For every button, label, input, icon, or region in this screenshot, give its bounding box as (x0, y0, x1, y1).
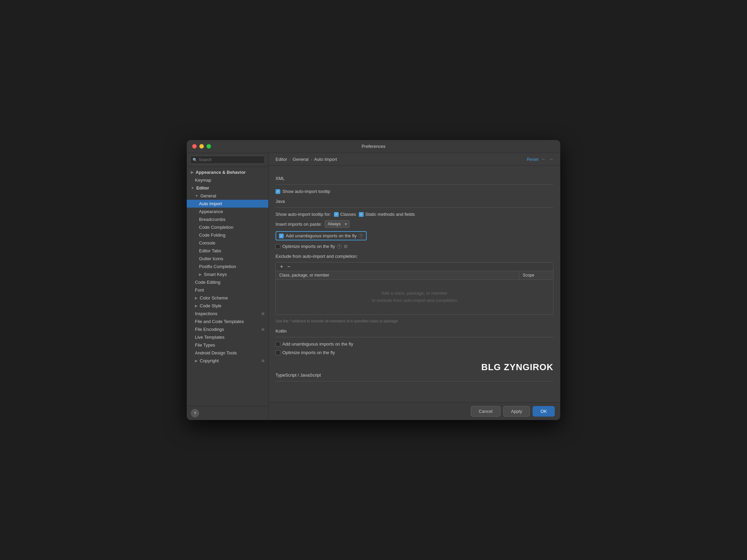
chevron-icon: ▼ (195, 194, 198, 198)
add-unambiguous-highlight: Add unambiguous imports on the fly ? (276, 231, 367, 240)
maximize-button[interactable] (207, 144, 211, 149)
java-classes-checkbox[interactable] (334, 212, 339, 217)
ok-button[interactable]: OK (533, 406, 555, 417)
breadcrumb-sep-1: › (289, 157, 291, 162)
sidebar-item-console[interactable]: Console (187, 239, 268, 247)
sidebar-item-live-templates[interactable]: Live Templates (187, 333, 268, 341)
exclude-hint-text: Use the * wildcard to exclude all member… (276, 319, 398, 323)
preferences-window: Preferences 🔍 ▶ Appearance & Behavior Ke… (187, 140, 560, 420)
exclude-hint: Use the * wildcard to exclude all member… (276, 318, 553, 324)
java-classes-label[interactable]: Classes (334, 212, 356, 217)
sidebar-item-postfix-completion[interactable]: Postfix Completion (187, 263, 268, 270)
insert-imports-dropdown[interactable]: Always Ask Never (325, 220, 350, 228)
sidebar-item-file-code-templates[interactable]: File and Code Templates (187, 318, 268, 325)
table-header: Class, package, or member Scope (276, 271, 553, 280)
sidebar-item-general[interactable]: ▼ General (187, 192, 268, 200)
kotlin-optimize-imports-label[interactable]: Optimize imports on the fly (276, 350, 335, 355)
kotlin-add-unambiguous-row: Add unambiguous imports on the fly (276, 341, 553, 347)
chevron-icon: ▶ (195, 304, 198, 308)
remove-exclude-button[interactable]: − (286, 264, 292, 269)
sidebar-item-code-completion[interactable]: Code Completion (187, 223, 268, 231)
table-empty-line1: Add a class, package, or member (381, 290, 448, 297)
sidebar-item-appearance-behavior[interactable]: ▶ Appearance & Behavior (187, 168, 268, 176)
sidebar-item-label: Breadcrumbs (199, 217, 225, 222)
sidebar-item-color-scheme[interactable]: ▶ Color Scheme (187, 294, 268, 302)
xml-show-tooltip-label[interactable]: Show auto-import tooltip (276, 189, 330, 194)
cancel-button[interactable]: Cancel (471, 406, 500, 417)
footer: Cancel Apply OK (269, 402, 560, 420)
watermark: BLG ZYNGIROK (481, 362, 553, 373)
java-optimize-imports-label[interactable]: Optimize imports on the fly ? ⊞ (276, 244, 348, 249)
java-add-unambiguous-row: Add unambiguous imports on the fly ? (276, 231, 553, 240)
reset-button[interactable]: Reset (527, 157, 538, 162)
sidebar-item-label: File and Code Templates (195, 319, 244, 324)
kotlin-add-unambiguous-checkbox[interactable] (276, 342, 280, 347)
sidebar-item-label: Font (195, 288, 204, 293)
sidebar-item-font[interactable]: Font (187, 286, 268, 294)
kotlin-optimize-imports-checkbox[interactable] (276, 350, 280, 355)
sidebar-item-inspections[interactable]: Inspections ⊞ (187, 310, 268, 318)
sidebar-item-copyright[interactable]: ▶ Copyright ⊞ (187, 357, 268, 365)
minimize-button[interactable] (199, 144, 204, 149)
search-input[interactable] (190, 156, 265, 164)
breadcrumb-general: General (293, 157, 308, 162)
sidebar-item-appearance[interactable]: Appearance (187, 208, 268, 215)
close-button[interactable] (192, 144, 197, 149)
sidebar-item-label: Code Folding (199, 233, 225, 238)
optimize-imports-help-icon[interactable]: ? (337, 244, 342, 249)
kotlin-add-unambiguous-label[interactable]: Add unambiguous imports on the fly (276, 341, 353, 347)
add-unambiguous-help-icon[interactable]: ? (358, 234, 363, 238)
apply-button[interactable]: Apply (503, 406, 530, 417)
add-exclude-button[interactable]: + (279, 264, 284, 269)
panel-content: XML Show auto-import tooltip Java Show (269, 166, 560, 402)
kotlin-section-title: Kotlin (276, 328, 553, 334)
back-button[interactable]: ← (541, 156, 546, 162)
exclude-toolbar: + − (276, 263, 553, 271)
sidebar-item-code-editing[interactable]: Code Editing (187, 278, 268, 286)
xml-show-tooltip-row: Show auto-import tooltip (276, 189, 553, 194)
sidebar-item-code-style[interactable]: ▶ Code Style (187, 302, 268, 310)
java-tooltip-row: Show auto-import tooltip for: Classes St… (276, 212, 553, 217)
xml-show-tooltip-checkbox[interactable] (276, 189, 280, 194)
breadcrumb-auto-import: Auto Import (314, 157, 337, 162)
sidebar-item-label: Gutter Icons (199, 256, 223, 261)
typescript-section: TypeScript / JavaScript (276, 373, 553, 381)
sidebar: 🔍 ▶ Appearance & Behavior Keymap ▼ Edito… (187, 153, 269, 420)
sidebar-item-code-folding[interactable]: Code Folding (187, 231, 268, 239)
xml-show-tooltip-text: Show auto-import tooltip (282, 189, 330, 194)
java-optimize-imports-checkbox[interactable] (276, 244, 280, 249)
sidebar-item-auto-import[interactable]: Auto Import (187, 200, 268, 208)
forward-button[interactable]: → (549, 156, 553, 162)
help-button[interactable]: ? (191, 409, 199, 417)
sidebar-item-editor-tabs[interactable]: Editor Tabs (187, 247, 268, 255)
sidebar-item-editor[interactable]: ▼ Editor (187, 184, 268, 192)
sidebar-item-label: Appearance & Behavior (196, 170, 246, 175)
java-add-unambiguous-checkbox[interactable] (279, 234, 284, 238)
sidebar-item-smart-keys[interactable]: ▶ Smart Keys (187, 270, 268, 278)
chevron-icon: ▶ (191, 170, 194, 174)
sidebar-item-label: Live Templates (195, 335, 224, 340)
exclude-section: Exclude from auto-import and completion:… (276, 254, 553, 324)
java-static-methods-checkbox[interactable] (359, 212, 364, 217)
titlebar: Preferences (187, 140, 560, 153)
kotlin-optimize-imports-text: Optimize imports on the fly (282, 350, 335, 355)
sidebar-item-android-design-tools[interactable]: Android Design Tools (187, 349, 268, 357)
sidebar-item-label: Android Design Tools (195, 350, 237, 355)
sidebar-item-breadcrumbs[interactable]: Breadcrumbs (187, 215, 268, 223)
typescript-section-title: TypeScript / JavaScript (276, 373, 553, 378)
table-empty-state: Add a class, package, or member to exclu… (276, 280, 553, 314)
exclude-table: + − Class, package, or member Scope Add … (276, 262, 553, 315)
sidebar-item-file-types[interactable]: File Types (187, 341, 268, 349)
sidebar-item-file-encodings[interactable]: File Encodings ⊞ (187, 325, 268, 333)
sidebar-item-label: Smart Keys (204, 272, 227, 277)
xml-section: XML Show auto-import tooltip (276, 176, 553, 194)
sidebar-item-keymap[interactable]: Keymap (187, 176, 268, 184)
java-static-methods-label[interactable]: Static methods and fields (359, 212, 415, 217)
java-insert-imports-label: Insert imports on paste: (276, 222, 322, 227)
inspections-badge: ⊞ (262, 312, 264, 316)
sidebar-item-gutter-icons[interactable]: Gutter Icons (187, 255, 268, 263)
xml-section-title: XML (276, 176, 553, 181)
java-tooltip-label: Show auto-import tooltip for: (276, 212, 331, 217)
table-col-scope: Scope (519, 271, 553, 279)
search-icon: 🔍 (193, 158, 197, 162)
